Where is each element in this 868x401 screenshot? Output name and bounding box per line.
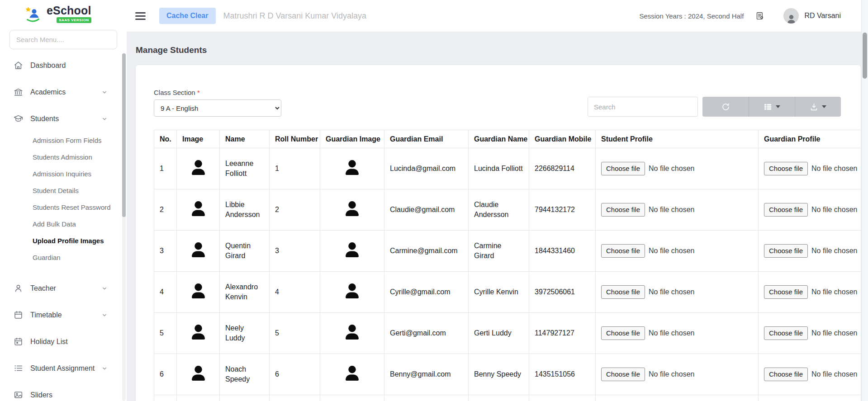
cache-clear-button[interactable]: Cache Clear <box>159 8 216 24</box>
choose-file-button[interactable]: Choose file <box>601 162 645 175</box>
guardian-profile-file-input[interactable]: Choose fileNo file chosen <box>764 162 861 175</box>
chevron-down-icon <box>101 365 108 372</box>
user-name[interactable]: RD Varsani <box>804 12 841 20</box>
sidebar-item-dashboard[interactable]: Dashboard <box>0 52 127 79</box>
submenu-item-admission-form-fields[interactable]: Admission Form Fields <box>0 132 127 149</box>
table-row: 2Libbie Andersson2Claudie@gmail.comClaud… <box>154 189 861 231</box>
license-icon[interactable] <box>755 11 764 20</box>
choose-file-button[interactable]: Choose file <box>601 368 645 381</box>
choose-file-button[interactable]: Choose file <box>764 244 808 258</box>
table-search-input[interactable] <box>588 97 698 117</box>
guardian-profile-file-input[interactable]: Choose fileNo file chosen <box>764 244 861 258</box>
cell-guardian-email: Carmine@gmail.com <box>384 231 469 272</box>
students-icon <box>14 114 23 123</box>
cell-student-profile: Choose fileNo file chosen <box>596 272 759 313</box>
student-image <box>192 160 205 175</box>
hamburger-menu-icon[interactable] <box>135 12 146 20</box>
student-image <box>192 201 205 216</box>
avatar-person-icon <box>787 15 795 24</box>
submenu-item-admission-inquiries[interactable]: Admission Inquiries <box>0 165 127 182</box>
student-profile-file-input[interactable]: Choose fileNo file chosen <box>601 203 753 217</box>
file-status-text: No file chosen <box>649 328 694 338</box>
guardian-image <box>346 325 359 340</box>
chevron-down-icon <box>101 312 108 318</box>
guardian-profile-file-input[interactable]: Choose fileNo file chosen <box>764 285 861 299</box>
student-profile-file-input[interactable]: Choose fileNo file chosen <box>601 368 753 381</box>
cell-guardian-mobile: 1844331460 <box>529 231 596 272</box>
column-header-no-: No. <box>154 130 177 148</box>
sidebar-item-teacher[interactable]: Teacher <box>0 275 127 302</box>
choose-file-button[interactable]: Choose file <box>764 368 808 381</box>
sidebar-item-student-assignment[interactable]: Student Assignment <box>0 355 127 382</box>
guardian-image <box>346 160 359 175</box>
refresh-button[interactable] <box>702 97 749 117</box>
cell-guardian-name: Lucinda Folliott <box>469 148 529 189</box>
refresh-icon <box>721 103 730 111</box>
sidebar-item-academics[interactable]: Academics <box>0 79 127 105</box>
choose-file-button[interactable]: Choose file <box>601 285 645 299</box>
cell-guardian-profile: Choose fileNo file chosen <box>759 354 861 395</box>
file-status-text: No file chosen <box>649 369 694 379</box>
cell-image <box>177 148 220 189</box>
table-row: 3Quentin Girard3Carmine@gmail.comCarmine… <box>154 231 861 272</box>
choose-file-button[interactable]: Choose file <box>764 203 808 217</box>
user-avatar[interactable] <box>783 8 799 24</box>
sidebar-item-label: Students <box>30 115 59 123</box>
student-profile-file-input[interactable]: Choose fileNo file chosen <box>601 244 753 258</box>
choose-file-button[interactable]: Choose file <box>764 285 808 299</box>
cell-guardian-mobile: 1435151056 <box>529 354 596 395</box>
choose-file-button[interactable]: Choose file <box>601 203 645 217</box>
student-profile-file-input[interactable]: Choose fileNo file chosen <box>601 285 753 299</box>
table-row: 5Neely Luddy5Gerti@gmail.comGerti Luddy1… <box>154 313 861 354</box>
submenu-item-upload-profile-images[interactable]: Upload Profile Images <box>0 232 127 249</box>
cell-guardian-profile: Choose fileNo file chosen <box>759 272 861 313</box>
choose-file-button[interactable]: Choose file <box>764 162 808 175</box>
page-scrollbar-thumb[interactable] <box>863 33 867 79</box>
column-header-guardian-image: Guardian Image <box>320 130 384 148</box>
cell-student-profile: Choose fileNo file chosen <box>596 313 759 354</box>
submenu-item-students-admission[interactable]: Students Admission <box>0 149 127 165</box>
submenu-item-student-details[interactable]: Student Details <box>0 182 127 199</box>
sidebar-scrollbar[interactable] <box>122 53 126 401</box>
guardian-profile-file-input[interactable]: Choose fileNo file chosen <box>764 326 861 340</box>
sidebar-item-sliders[interactable]: Sliders <box>0 382 127 401</box>
student-image <box>192 242 205 257</box>
guardian-profile-file-input[interactable]: Choose fileNo file chosen <box>764 203 861 217</box>
choose-file-button[interactable]: Choose file <box>764 326 808 340</box>
sidebar-scrollbar-thumb[interactable] <box>122 53 126 217</box>
cell-guardian-name: Cyrille Kenvin <box>469 272 529 313</box>
sidebar: eSchool SAAS VERSION DashboardAcademicsS… <box>0 0 127 401</box>
cell-image <box>177 354 220 395</box>
cell-no: 5 <box>154 313 177 354</box>
sidebar-item-students[interactable]: Students <box>0 105 127 132</box>
cell-guardian-mobile: 7944132172 <box>529 189 596 231</box>
chevron-down-icon <box>101 89 108 95</box>
sidebar-item-holiday-list[interactable]: Holiday List <box>0 328 127 355</box>
sidebar-item-timetable[interactable]: Timetable <box>0 302 127 328</box>
export-button[interactable] <box>795 97 841 117</box>
sidebar-item-label: Holiday List <box>30 338 68 346</box>
submenu-item-guardian[interactable]: Guardian <box>0 249 127 266</box>
cell-roll-number: 2 <box>270 189 320 231</box>
page-title: Manage Students <box>136 45 868 55</box>
brand[interactable]: eSchool SAAS VERSION <box>0 0 127 28</box>
submenu-item-add-bulk-data[interactable]: Add Bulk Data <box>0 216 127 232</box>
guardian-profile-file-input[interactable]: Choose fileNo file chosen <box>764 368 861 381</box>
student-profile-file-input[interactable]: Choose fileNo file chosen <box>601 162 753 175</box>
student-profile-file-input[interactable]: Choose fileNo file chosen <box>601 326 753 340</box>
column-header-student-profile: Student Profile <box>596 130 759 148</box>
menu-search-input[interactable] <box>9 30 117 49</box>
choose-file-button[interactable]: Choose file <box>601 244 645 258</box>
class-section-select[interactable]: 9 A - English <box>154 99 281 117</box>
holiday-icon <box>14 337 23 346</box>
file-status-text: No file chosen <box>811 369 857 379</box>
cell-image <box>177 231 220 272</box>
column-header-roll-number: Roll Number <box>270 130 320 148</box>
columns-button[interactable] <box>749 97 795 117</box>
page-scrollbar[interactable] <box>861 0 868 401</box>
choose-file-button[interactable]: Choose file <box>601 326 645 340</box>
sidebar-item-label: Student Assignment <box>30 364 95 373</box>
submenu-item-students-reset-password[interactable]: Students Reset Password <box>0 199 127 216</box>
sidebar-item-label: Teacher <box>30 284 56 292</box>
column-header-guardian-name: Guardian Name <box>469 130 529 148</box>
